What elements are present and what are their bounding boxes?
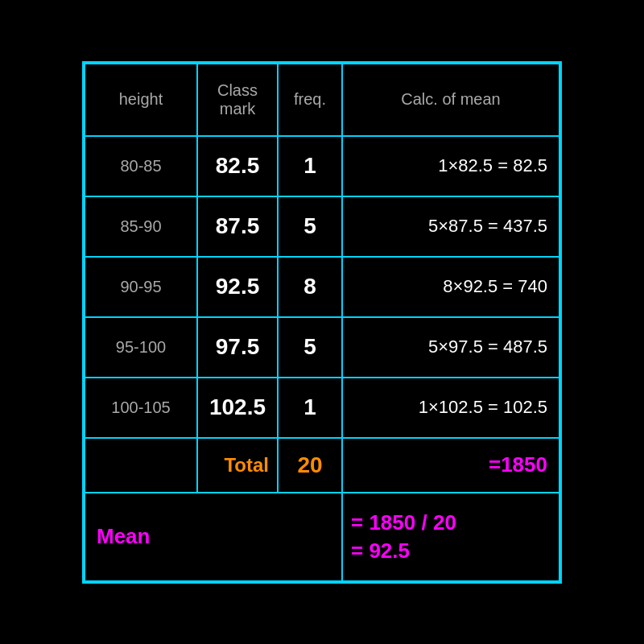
header-row: height Classmark freq. Calc. of mean — [85, 64, 559, 136]
header-calc: Calc. of mean — [342, 64, 559, 136]
header-height: height — [85, 64, 197, 136]
cell-mark-3: 97.5 — [197, 317, 278, 378]
mean-line1: = 1850 / 20 — [351, 510, 559, 535]
data-row-4: 100-105 102.5 1 1×102.5 = 102.5 — [85, 378, 559, 438]
total-sum: =1850 — [342, 438, 559, 493]
cell-calc-1: 5×87.5 = 437.5 — [342, 196, 559, 257]
cell-height-2: 90-95 — [85, 257, 197, 317]
cell-mark-1: 87.5 — [197, 196, 278, 257]
statistics-table: height Classmark freq. Calc. of mean 80-… — [82, 61, 562, 584]
cell-calc-0: 1×82.5 = 82.5 — [342, 136, 559, 196]
data-row-1: 85-90 87.5 5 5×87.5 = 437.5 — [85, 196, 559, 257]
total-row: Total 20 =1850 — [85, 438, 559, 493]
header-classmark-label: Classmark — [217, 81, 258, 118]
cell-calc-4: 1×102.5 = 102.5 — [342, 378, 559, 438]
cell-freq-4: 1 — [278, 378, 342, 438]
cell-height-0: 80-85 — [85, 136, 197, 196]
data-row-2: 90-95 92.5 8 8×92.5 = 740 — [85, 257, 559, 317]
header-classmark: Classmark — [197, 64, 278, 136]
mean-row: Mean = 1850 / 20 = 92.5 — [85, 493, 559, 581]
header-calc-label: Calc. of mean — [401, 90, 500, 108]
cell-mark-0: 82.5 — [197, 136, 278, 196]
cell-freq-1: 5 — [278, 196, 342, 257]
cell-freq-0: 1 — [278, 136, 342, 196]
mean-content: = 1850 / 20 = 92.5 — [342, 493, 559, 581]
data-row-0: 80-85 82.5 1 1×82.5 = 82.5 — [85, 136, 559, 196]
total-label: Total — [197, 438, 278, 493]
cell-height-3: 95-100 — [85, 317, 197, 378]
cell-calc-3: 5×97.5 = 487.5 — [342, 317, 559, 378]
cell-freq-2: 8 — [278, 257, 342, 317]
mean-line2: = 92.5 — [351, 539, 559, 564]
header-freq: freq. — [278, 64, 342, 136]
total-freq: 20 — [278, 438, 342, 493]
header-height-label: height — [119, 90, 163, 108]
cell-mark-2: 92.5 — [197, 257, 278, 317]
cell-height-4: 100-105 — [85, 378, 197, 438]
header-freq-label: freq. — [294, 90, 326, 108]
total-empty-1 — [85, 438, 197, 493]
cell-calc-2: 8×92.5 = 740 — [342, 257, 559, 317]
data-row-3: 95-100 97.5 5 5×97.5 = 487.5 — [85, 317, 559, 378]
cell-mark-4: 102.5 — [197, 378, 278, 438]
mean-label: Mean — [85, 493, 342, 581]
cell-height-1: 85-90 — [85, 196, 197, 257]
cell-freq-3: 5 — [278, 317, 342, 378]
